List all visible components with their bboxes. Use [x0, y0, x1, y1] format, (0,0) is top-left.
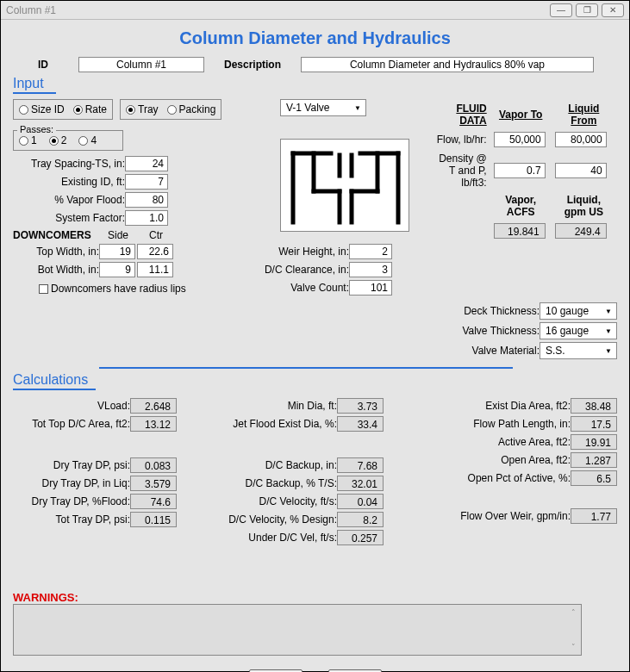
description-label: Description [209, 59, 296, 71]
jet-flood-display: 33.4 [337, 416, 384, 432]
radio-rate[interactable]: Rate [73, 103, 107, 115]
minimize-button[interactable]: — [550, 3, 572, 17]
existing-id-input[interactable] [125, 174, 168, 190]
maximize-button[interactable]: ❐ [576, 3, 598, 17]
scroll-down-icon[interactable]: ˅ [567, 641, 579, 653]
valve-count-input[interactable] [349, 280, 392, 296]
valve-thickness-dropdown[interactable]: 16 gauge▼ [540, 322, 617, 339]
page-title: Column Diameter and Hydraulics [1, 28, 629, 48]
dc-vel-design-display: 8.2 [337, 512, 384, 527]
radius-lips-checkbox[interactable]: Downcomers have radius lips [39, 283, 186, 295]
radio-passes-1[interactable]: 1 [19, 134, 37, 146]
tray-type-dropdown[interactable]: V-1 Valve ▼ [280, 99, 366, 116]
flow-over-weir-display: 1.77 [571, 508, 617, 524]
density-liquid-input[interactable] [555, 163, 607, 178]
valve-material-dropdown[interactable]: S.S.▼ [540, 342, 617, 359]
min-dia-display: 3.73 [337, 398, 384, 414]
id-field[interactable] [78, 57, 204, 72]
liquid-gpm-display: 249.4 [555, 223, 607, 239]
deck-thickness-dropdown[interactable]: 10 gauge▼ [540, 302, 617, 320]
chevron-down-icon: ▼ [602, 345, 614, 357]
mode-group: Size ID Rate [13, 99, 113, 120]
dry-tray-dp-flood-display: 74.6 [130, 494, 177, 509]
flow-vapor-input[interactable] [494, 132, 546, 147]
top-width-side-input[interactable] [99, 244, 135, 259]
vapor-acfs-display: 19.841 [494, 223, 546, 239]
flow-path-len-display: 17.5 [571, 416, 617, 432]
bot-width-ctr-input[interactable] [137, 262, 173, 277]
dc-velocity-display: 0.04 [337, 494, 384, 509]
density-vapor-input[interactable] [494, 163, 546, 178]
chevron-down-icon: ▼ [602, 305, 614, 317]
id-label: ID [13, 59, 73, 71]
fluid-data-table: FLUID DATA Vapor To Liquid From Flow, lb… [427, 99, 617, 242]
description-field[interactable] [301, 57, 594, 72]
radio-passes-2[interactable]: 2 [49, 134, 67, 146]
radio-passes-4[interactable]: 4 [78, 134, 97, 146]
vload-display: 2.648 [130, 398, 177, 414]
dc-backup-in-display: 7.68 [337, 457, 384, 473]
close-button[interactable]: ✕ [602, 3, 624, 17]
flow-liquid-input[interactable] [555, 132, 607, 147]
dry-tray-dp-liq-display: 3.579 [130, 476, 177, 491]
passes-group: Passes: 1 2 4 [13, 130, 123, 151]
tray-spacing-input[interactable] [125, 156, 168, 171]
radio-size-id[interactable]: Size ID [19, 103, 65, 115]
radio-packing[interactable]: Packing [167, 103, 216, 115]
scroll-up-icon[interactable]: ˄ [567, 607, 579, 619]
warnings-label: WARNINGS: [13, 591, 617, 604]
type-group: Tray Packing [120, 99, 221, 120]
exist-dia-area-display: 38.48 [571, 398, 617, 414]
under-dc-vel-display: 0.257 [337, 530, 384, 545]
vapor-flood-input[interactable] [125, 192, 168, 208]
open-pct-active-display: 6.5 [571, 470, 617, 486]
calc-section-header: Calculations [13, 372, 96, 390]
downcomers-title: DOWNCOMERS [13, 229, 99, 241]
chevron-down-icon: ▼ [602, 325, 614, 337]
titlebar: Column #1 — ❐ ✕ [1, 1, 629, 20]
top-width-ctr-input[interactable] [137, 244, 173, 259]
tray-diagram [280, 139, 409, 232]
system-factor-input[interactable] [125, 210, 168, 226]
warnings-box[interactable]: ˄ ˅ [13, 604, 582, 656]
app-window: Column #1 — ❐ ✕ Column Diameter and Hydr… [0, 0, 630, 672]
radio-tray[interactable]: Tray [126, 103, 159, 115]
dry-tray-dp-psi-display: 0.083 [130, 457, 177, 473]
open-area-display: 1.287 [571, 452, 617, 468]
tot-tray-dp-display: 0.115 [130, 512, 177, 527]
dc-clearance-input[interactable] [349, 262, 392, 277]
bot-width-side-input[interactable] [99, 262, 135, 277]
active-area-display: 19.91 [571, 434, 617, 450]
input-section-header: Input [13, 76, 56, 94]
weir-height-input[interactable] [349, 244, 392, 259]
dc-backup-pct-display: 32.01 [337, 476, 384, 491]
window-title: Column #1 [6, 4, 56, 16]
chevron-down-icon: ▼ [352, 102, 364, 114]
tot-top-dc-display: 13.12 [130, 416, 177, 432]
